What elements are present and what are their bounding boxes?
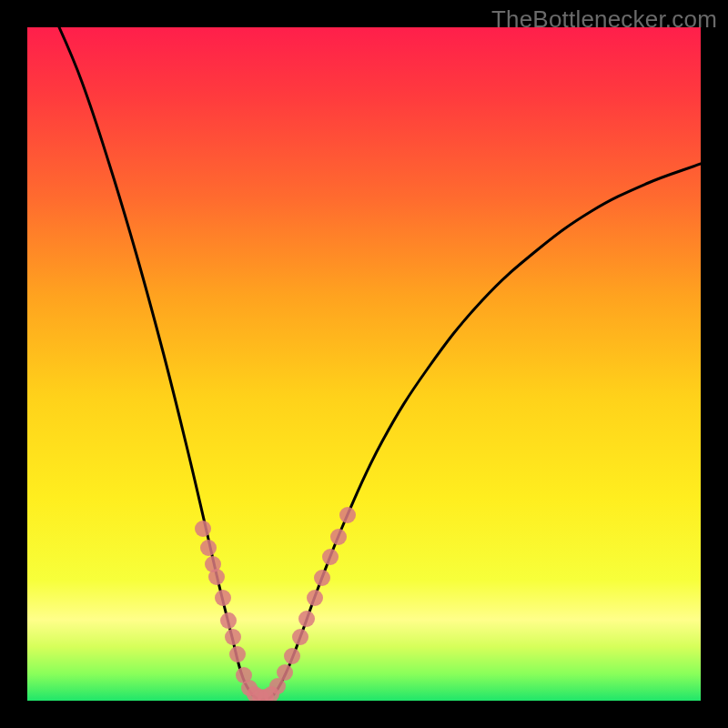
curve-marker bbox=[195, 521, 211, 537]
plot-area bbox=[27, 27, 701, 701]
curve-marker bbox=[229, 646, 246, 662]
curve-marker bbox=[284, 648, 300, 664]
curve-marker bbox=[298, 611, 315, 627]
curve-marker bbox=[200, 540, 217, 556]
curve-marker bbox=[339, 507, 356, 523]
curve-marker bbox=[215, 590, 231, 606]
curve-marker bbox=[314, 570, 330, 586]
curve-marker bbox=[292, 629, 308, 645]
curve-marker bbox=[277, 664, 293, 681]
curve-marker bbox=[330, 529, 347, 545]
curve-marker bbox=[208, 569, 225, 585]
curve-marker bbox=[220, 612, 237, 629]
curve-marker bbox=[322, 549, 339, 565]
curve-marker bbox=[307, 590, 323, 606]
curve-marker bbox=[225, 629, 241, 645]
curve-layer bbox=[27, 27, 701, 701]
curve-markers bbox=[195, 507, 356, 701]
bottleneck-curve bbox=[59, 27, 701, 700]
chart-frame: TheBottlenecker.com bbox=[0, 0, 728, 728]
